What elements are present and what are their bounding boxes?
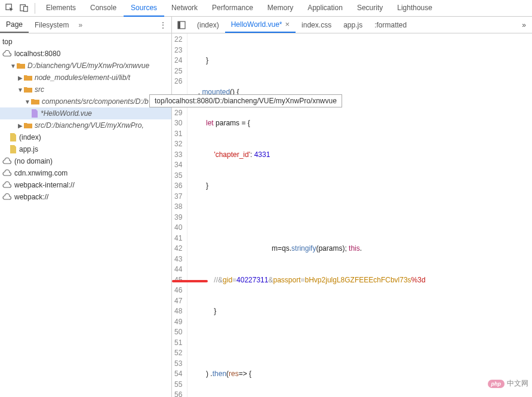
tree-appjs[interactable]: app.js xyxy=(0,143,171,155)
file-tab-appjs[interactable]: app.js xyxy=(337,17,368,33)
tree-top[interactable]: top xyxy=(0,36,171,48)
file-tab-formatted[interactable]: :formatted xyxy=(368,17,413,33)
cloud-icon xyxy=(2,169,12,177)
sources-sidebar: Page Filesystem » ⋮ top localhost:8080 ▼… xyxy=(0,17,172,397)
file-tree: top localhost:8080 ▼ D:/biancheng/VUE/my… xyxy=(0,33,171,203)
path-tooltip: top/localhost:8080/D:/biancheng/VUE/myXn… xyxy=(149,94,342,107)
editor: (index) HelloWorld.vue* × index.css app.… xyxy=(172,17,532,397)
tab-memory[interactable]: Memory xyxy=(260,0,300,17)
file-icon xyxy=(31,109,38,118)
tree-webpack-internal[interactable]: webpack-internal:// xyxy=(0,179,171,191)
folder-icon xyxy=(24,122,32,129)
code-area[interactable]: 2223242526272829303132333435363738394041… xyxy=(172,33,532,397)
tree-helloworld-vue[interactable]: *HelloWorld.vue xyxy=(0,107,171,119)
chevron-down-icon: ▼ xyxy=(10,63,17,69)
chevron-down-icon: ▼ xyxy=(24,99,31,105)
tab-performance[interactable]: Performance xyxy=(205,0,260,17)
sidebar-tab-page[interactable]: Page xyxy=(0,17,29,33)
folder-icon xyxy=(31,98,39,105)
tab-sources[interactable]: Sources xyxy=(124,0,164,17)
cloud-icon xyxy=(2,157,12,165)
file-icon xyxy=(10,133,17,141)
file-tab-index[interactable]: (index) xyxy=(191,17,225,33)
devtools-top-bar: Elements Console Sources Network Perform… xyxy=(0,0,532,17)
sidebar-overflow-icon[interactable]: ⋮ xyxy=(159,21,167,29)
tab-console[interactable]: Console xyxy=(83,0,124,17)
tab-security[interactable]: Security xyxy=(350,0,390,17)
chevron-down-icon: ▼ xyxy=(17,87,24,93)
tab-lighthouse[interactable]: Lighthouse xyxy=(390,0,439,17)
chevron-right-icon: ▶ xyxy=(17,75,24,81)
cloud-icon xyxy=(2,193,12,201)
annotation-red-mark xyxy=(172,280,208,282)
watermark: php 中文网 xyxy=(488,378,529,389)
close-icon[interactable]: × xyxy=(285,20,290,29)
tree-path[interactable]: ▼ D:/biancheng/VUE/myXnwPro/xnwvue xyxy=(0,60,171,72)
svg-rect-2 xyxy=(23,7,27,11)
cloud-icon xyxy=(2,50,12,58)
file-tab-indexcss[interactable]: index.css xyxy=(296,17,337,33)
code-content[interactable]: } , mounted() { let params = { 'chapter_… xyxy=(187,33,425,397)
file-tabs: (index) HelloWorld.vue* × index.css app.… xyxy=(172,17,532,33)
cloud-icon xyxy=(2,181,12,189)
file-icon xyxy=(10,145,17,153)
svg-rect-4 xyxy=(178,21,180,29)
tree-index[interactable]: (index) xyxy=(0,131,171,143)
divider xyxy=(35,3,35,14)
sidebar-tab-filesystem[interactable]: Filesystem xyxy=(29,17,75,33)
php-badge-icon: php xyxy=(488,380,505,388)
tree-host[interactable]: localhost:8080 xyxy=(0,48,171,60)
inspect-icon[interactable] xyxy=(4,2,16,14)
more-file-tabs-icon[interactable]: » xyxy=(522,21,526,29)
file-tab-helloworld[interactable]: HelloWorld.vue* × xyxy=(225,17,296,33)
tab-application[interactable]: Application xyxy=(300,0,350,17)
folder-icon xyxy=(17,62,25,69)
folder-icon xyxy=(24,74,32,81)
line-gutter[interactable]: 2223242526272829303132333435363738394041… xyxy=(172,33,187,397)
folder-icon xyxy=(24,86,32,93)
tree-nodomain[interactable]: (no domain) xyxy=(0,155,171,167)
chevron-right-icon: ▶ xyxy=(17,122,24,129)
device-toggle-icon[interactable] xyxy=(18,2,30,14)
tree-webpack[interactable]: webpack:// xyxy=(0,191,171,203)
tree-src2[interactable]: ▶ src/D:/biancheng/VUE/myXnwPro, xyxy=(0,119,171,131)
devtools-tabs: Elements Console Sources Network Perform… xyxy=(39,0,439,17)
toggle-navigator-icon[interactable] xyxy=(176,19,187,31)
tree-cdn[interactable]: cdn.xnwimg.com xyxy=(0,167,171,179)
sidebar-tabs: Page Filesystem » ⋮ xyxy=(0,17,171,33)
tab-network[interactable]: Network xyxy=(164,0,205,17)
tree-node-modules[interactable]: ▶ node_modules/element-ui/lib/t xyxy=(0,72,171,84)
more-sidebar-tabs-icon[interactable]: » xyxy=(78,21,82,29)
tree-src[interactable]: ▼ src xyxy=(0,84,171,96)
tab-elements[interactable]: Elements xyxy=(39,0,83,17)
tree-components[interactable]: ▼ components/src/components/D:/b xyxy=(0,96,171,107)
